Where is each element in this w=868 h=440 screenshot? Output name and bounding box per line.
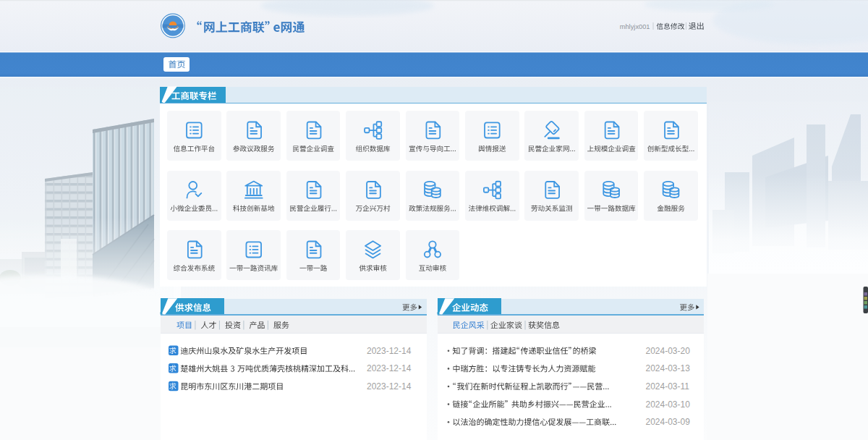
svg-text:2024-03-09: 2024-03-09: [646, 417, 691, 427]
svg-text:2024-03-10: 2024-03-10: [646, 399, 691, 410]
svg-text:2023-12-14: 2023-12-14: [367, 381, 412, 392]
svg-text:2023-12-14: 2023-12-14: [367, 363, 412, 373]
svg-text:2024-03-20: 2024-03-20: [646, 346, 691, 356]
svg-text:2024-03-13: 2024-03-13: [646, 363, 691, 373]
svg-text:2023-12-14: 2023-12-14: [367, 346, 412, 356]
svg-text:2024-03-11: 2024-03-11: [646, 381, 690, 392]
svg-text:mhlyjx001: mhlyjx001: [620, 23, 650, 30]
